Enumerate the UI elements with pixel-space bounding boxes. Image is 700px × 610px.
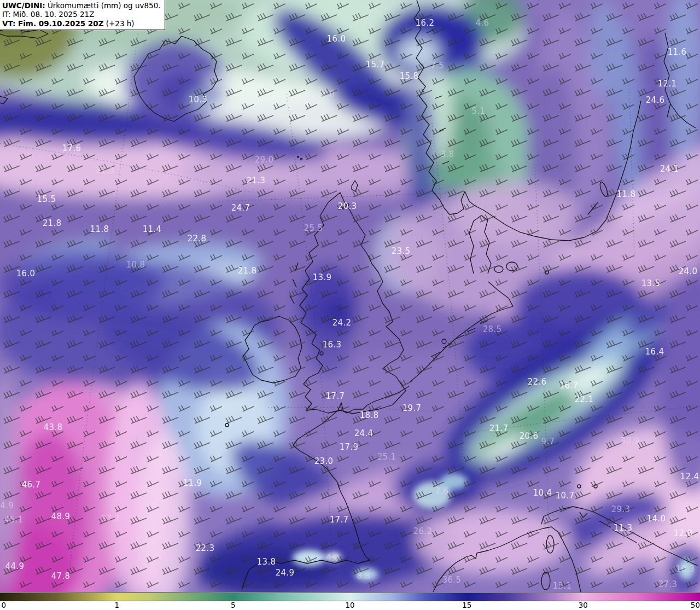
colorbar: 01510153050 — [0, 592, 700, 610]
product-name: UWC/DINI: — [2, 1, 45, 10]
wind-barbs-overlay — [0, 0, 700, 592]
map-canvas — [0, 0, 700, 592]
colorbar-gradient — [0, 593, 700, 601]
precipitation-wind-map: 16.216.015.715.810.311.612.124.617.621.3… — [0, 0, 700, 592]
title-box: UWC/DINI: Úrkomumætti (mm) og uv850. IT:… — [0, 0, 165, 30]
colorbar-tick: 15 — [462, 601, 471, 609]
weather-map-product: 16.216.015.715.810.311.612.124.617.621.3… — [0, 0, 700, 610]
colorbar-tick: 30 — [579, 601, 588, 609]
product-title: UWC/DINI: Úrkomumætti (mm) og uv850. — [2, 1, 161, 10]
colorbar-tick: 10 — [345, 601, 354, 609]
colorbar-tick: 1 — [114, 601, 119, 609]
product-field: Úrkomumætti (mm) og uv850. — [45, 1, 161, 10]
colorbar-ticks: 01510153050 — [0, 601, 700, 609]
colorbar-tick: 5 — [231, 601, 236, 609]
valid-time: VT: Fim. 09.10.2025 20Z (+23 h) — [2, 19, 161, 28]
colorbar-tick: 50 — [691, 601, 700, 609]
init-time: IT: Mið. 08. 10. 2025 21Z — [2, 10, 161, 19]
colorbar-tick: 0 — [2, 601, 7, 609]
